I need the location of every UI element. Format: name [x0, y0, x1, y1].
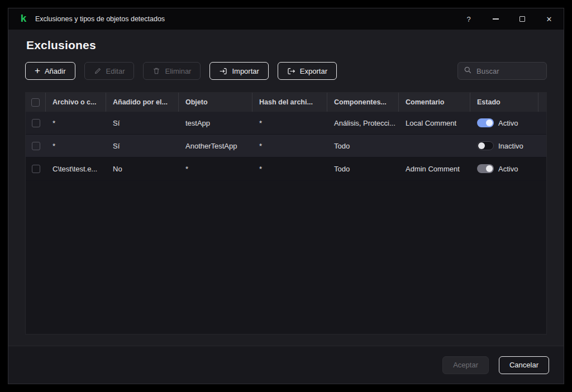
- add-button-label: Añadir: [45, 67, 66, 75]
- pencil-icon: [94, 67, 102, 75]
- window-controls: ? ✕: [464, 15, 554, 23]
- help-button[interactable]: ?: [464, 15, 473, 23]
- import-icon: [219, 67, 227, 75]
- trash-icon: [152, 67, 160, 75]
- maximize-icon: [519, 16, 525, 22]
- select-all-checkbox[interactable]: [31, 98, 40, 107]
- dialog-window: k Exclusiones y tipos de objetos detecta…: [8, 8, 564, 384]
- cell-components: Todo: [327, 157, 399, 180]
- toggle-knob: [478, 142, 485, 149]
- table-row[interactable]: * Sí AnotherTestApp * Todo Inactivo: [26, 135, 546, 157]
- cell-object: AnotherTestApp: [179, 135, 252, 157]
- table-row[interactable]: C\test\test.e... No * * Todo Admin Comme…: [26, 157, 546, 180]
- cell-components: Análisis, Protecci...: [327, 112, 399, 134]
- close-button[interactable]: ✕: [545, 15, 554, 23]
- cell-object: testApp: [179, 112, 252, 134]
- delete-button-label: Eliminar: [165, 67, 191, 75]
- cell-comment: [399, 135, 470, 157]
- row-checkbox[interactable]: [32, 119, 40, 127]
- toggle-knob: [486, 165, 493, 172]
- cell-spacer: [538, 157, 546, 180]
- cell-spacer: [538, 112, 546, 134]
- cell-file: *: [46, 135, 106, 157]
- export-button[interactable]: Exportar: [278, 62, 337, 80]
- col-header-comment[interactable]: Comentario: [399, 93, 470, 112]
- plus-icon: +: [35, 67, 40, 75]
- cell-file: C\test\test.e...: [46, 157, 106, 180]
- window-title: Exclusiones y tipos de objetos detectado…: [35, 15, 165, 23]
- maximize-button[interactable]: [518, 15, 527, 23]
- col-header-file[interactable]: Archivo o c...: [46, 93, 106, 112]
- state-label: Activo: [498, 119, 518, 127]
- col-header-added-by[interactable]: Añadido por el...: [106, 93, 179, 112]
- add-button[interactable]: + Añadir: [25, 62, 75, 80]
- minimize-button[interactable]: [491, 15, 500, 23]
- search-icon: [464, 66, 472, 77]
- state-toggle[interactable]: [477, 141, 494, 150]
- search-input[interactable]: [476, 67, 541, 75]
- page-title: Exclusiones: [26, 39, 564, 52]
- edit-button-label: Editar: [106, 67, 125, 75]
- table-header: Archivo o c... Añadido por el... Objeto …: [26, 93, 546, 112]
- cell-file: *: [46, 112, 106, 134]
- cancel-button[interactable]: Cancelar: [499, 356, 549, 374]
- cell-spacer: [538, 135, 546, 157]
- state-toggle[interactable]: [477, 164, 494, 173]
- col-header-object[interactable]: Objeto: [179, 93, 252, 112]
- col-header-components[interactable]: Componentes...: [327, 93, 399, 112]
- cell-comment: Admin Comment: [399, 157, 470, 180]
- cell-hash: *: [252, 135, 327, 157]
- export-icon: [287, 67, 295, 75]
- col-header-state[interactable]: Estado: [470, 93, 538, 112]
- minimize-icon: [493, 18, 499, 20]
- state-label: Inactivo: [498, 142, 523, 150]
- cell-comment: Local Comment: [399, 112, 470, 134]
- toggle-knob: [486, 119, 493, 126]
- state-toggle[interactable]: [477, 118, 494, 127]
- kaspersky-logo-icon: k: [18, 14, 28, 24]
- table-row[interactable]: * Sí testApp * Análisis, Protecci... Loc…: [26, 112, 546, 135]
- search-box[interactable]: [457, 62, 547, 80]
- cell-added-by: Sí: [106, 135, 179, 157]
- delete-button[interactable]: Eliminar: [143, 62, 201, 80]
- row-checkbox[interactable]: [32, 165, 40, 173]
- edit-button[interactable]: Editar: [84, 62, 135, 80]
- cell-added-by: Sí: [106, 112, 179, 134]
- state-label: Activo: [498, 165, 518, 173]
- cell-hash: *: [252, 157, 327, 180]
- col-header-hash[interactable]: Hash del archi...: [252, 93, 327, 112]
- import-button[interactable]: Importar: [209, 62, 268, 80]
- title-bar: k Exclusiones y tipos de objetos detecta…: [8, 8, 564, 30]
- import-button-label: Importar: [232, 67, 259, 75]
- row-checkbox[interactable]: [32, 142, 40, 150]
- cell-components: Todo: [327, 135, 399, 157]
- cell-added-by: No: [106, 157, 179, 180]
- toolbar: + Añadir Editar Eliminar Importar: [25, 62, 547, 80]
- export-button-label: Exportar: [300, 67, 327, 75]
- cell-object: *: [179, 157, 252, 180]
- dialog-footer: Aceptar Cancelar: [8, 346, 564, 384]
- exclusions-table: Archivo o c... Añadido por el... Objeto …: [25, 92, 547, 334]
- cell-hash: *: [252, 112, 327, 134]
- col-header-spacer: [538, 93, 546, 112]
- accept-button[interactable]: Aceptar: [442, 356, 489, 374]
